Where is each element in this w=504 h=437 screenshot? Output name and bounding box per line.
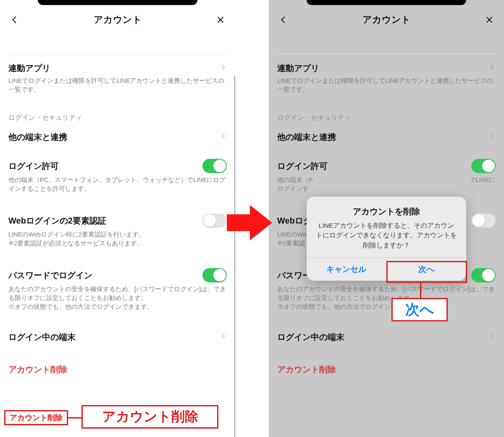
alert-cancel-button[interactable]: キャンセル bbox=[307, 258, 386, 281]
row-logged-in-devices[interactable]: ログイン中の端末 bbox=[8, 326, 227, 345]
annotation-next-big: 次へ bbox=[391, 298, 448, 321]
chevron-right-icon bbox=[488, 332, 496, 342]
row-title: 他の端末と連携 bbox=[277, 132, 336, 143]
arrow-icon bbox=[227, 202, 273, 244]
row-login-allow: ログイン許可 他の端末（P でLINEに ログインす bbox=[277, 153, 496, 196]
page-title: アカウント bbox=[362, 13, 411, 26]
toggle-web-2fa[interactable] bbox=[202, 213, 227, 228]
row-linked-apps[interactable]: 連動アプリ LINEでログインまたは権限を許可してLINEアカウントと連携したサ… bbox=[8, 54, 227, 97]
row-desc: LINEでログインまたは権限を許可してLINEアカウントと連携したサービスの一覧… bbox=[8, 76, 227, 94]
row-title: ログイン中の端末 bbox=[277, 332, 344, 343]
settings-sheet: アカウント 連動アプリ LINEでログインまたは権限を許可してLINEアカウント… bbox=[1, 8, 234, 436]
status-bar bbox=[307, 0, 466, 5]
back-button[interactable] bbox=[277, 13, 290, 26]
row-linked-apps[interactable]: 連動アプリ LINEでログインまたは権限を許可してLINEアカウントと連携したサ… bbox=[277, 54, 496, 97]
close-button[interactable] bbox=[214, 13, 227, 26]
phone-left: アカウント 連動アプリ LINEでログインまたは権限を許可してLINEアカウント… bbox=[0, 0, 235, 437]
header: アカウント bbox=[1, 8, 234, 30]
row-password-login: パスワードでログイン あなたのアカウントの安全を確保するため、[パスワードでログ… bbox=[8, 262, 227, 314]
chevron-right-icon bbox=[219, 332, 227, 342]
back-button[interactable] bbox=[8, 13, 21, 26]
row-title: ログイン中の端末 bbox=[8, 332, 76, 343]
chevron-right-icon bbox=[488, 63, 496, 73]
row-delete-account[interactable]: アカウント削除 bbox=[277, 355, 496, 384]
chevron-left-icon bbox=[10, 15, 19, 24]
row-web-2fa: Webログインの2要素認証 LINEのWebログイン時に2要素認証を行います。 … bbox=[8, 208, 227, 250]
row-title: パスワードでログイン bbox=[8, 270, 92, 281]
row-desc: 他の端末（PC、スマートフォン、タブレット、ウォッチなど）でLINEにログインす… bbox=[8, 176, 227, 193]
status-bar bbox=[38, 0, 197, 5]
section-label-login-security: ログイン・セキュリティ bbox=[8, 113, 227, 122]
row-other-devices[interactable]: 他の端末と連携 bbox=[8, 126, 227, 145]
toggle-login-allow[interactable] bbox=[471, 159, 496, 173]
row-desc: あなたのアカウントの安全を確保するため、[パスワードでログイン]は、できる限りオ… bbox=[8, 285, 227, 311]
row-desc: LINEのWebログイン時に2要素認証を行います。 ※2要素認証が必須となるサー… bbox=[8, 230, 227, 248]
alert-message: LINEアカウントを削除すると、そのアカウントにログインできなくなります。アカウ… bbox=[316, 221, 457, 250]
annotation-connector bbox=[68, 417, 81, 419]
page-title: アカウント bbox=[94, 13, 142, 26]
svg-marker-4 bbox=[227, 205, 272, 240]
toggle-password-login[interactable] bbox=[202, 268, 227, 282]
annotation-delete-small: アカウント削除 bbox=[4, 410, 68, 425]
alert-title: アカウントを削除 bbox=[316, 206, 457, 217]
row-title: ログイン許可 bbox=[8, 161, 59, 172]
row-desc: LINEでログインまたは権限を許可してLINEアカウントと連携したサービスの一覧… bbox=[277, 76, 496, 94]
highlight-next-button bbox=[386, 261, 467, 283]
delete-account-label: アカウント削除 bbox=[277, 365, 336, 374]
chevron-left-icon bbox=[279, 15, 288, 24]
annotation-connector-v bbox=[420, 283, 421, 298]
row-title: 連動アプリ bbox=[277, 63, 319, 74]
row-desc: 他の端末（P でLINEに ログインす bbox=[277, 176, 496, 193]
row-title: 他の端末と連携 bbox=[8, 132, 67, 143]
chevron-right-icon bbox=[219, 132, 227, 142]
toggle-web-2fa[interactable] bbox=[471, 213, 496, 228]
header: アカウント bbox=[270, 8, 503, 30]
chevron-right-icon bbox=[219, 63, 227, 73]
row-login-allow: ログイン許可 他の端末（PC、スマートフォン、タブレット、ウォッチなど）でLIN… bbox=[8, 153, 227, 196]
row-title: 連動アプリ bbox=[8, 63, 50, 74]
close-icon bbox=[485, 15, 494, 24]
section-label-login-security: ログイン・セキュリティ bbox=[277, 113, 496, 122]
close-button[interactable] bbox=[483, 13, 496, 26]
delete-account-label: アカウント削除 bbox=[8, 365, 67, 374]
toggle-password-login[interactable] bbox=[471, 268, 496, 282]
chevron-right-icon bbox=[488, 132, 496, 142]
phone-right: アカウント 連動アプリ LINEでログインまたは権限を許可してLINEアカウント… bbox=[269, 0, 504, 437]
row-title: ログイン許可 bbox=[277, 161, 328, 172]
row-logged-in-devices[interactable]: ログイン中の端末 bbox=[277, 326, 496, 345]
row-desc: あなたのアカウントの安全を確保するため、[パスワードでログイン]は、できる限りオ… bbox=[277, 285, 496, 311]
row-delete-account[interactable]: アカウント削除 bbox=[8, 355, 227, 384]
settings-sheet-dimmed: アカウント 連動アプリ LINEでログインまたは権限を許可してLINEアカウント… bbox=[270, 8, 503, 436]
close-icon bbox=[216, 15, 225, 24]
row-other-devices[interactable]: 他の端末と連携 bbox=[277, 126, 496, 145]
annotation-delete-big: アカウント削除 bbox=[81, 405, 218, 429]
toggle-login-allow[interactable] bbox=[202, 159, 227, 173]
row-title: Webログインの2要素認証 bbox=[8, 215, 106, 226]
